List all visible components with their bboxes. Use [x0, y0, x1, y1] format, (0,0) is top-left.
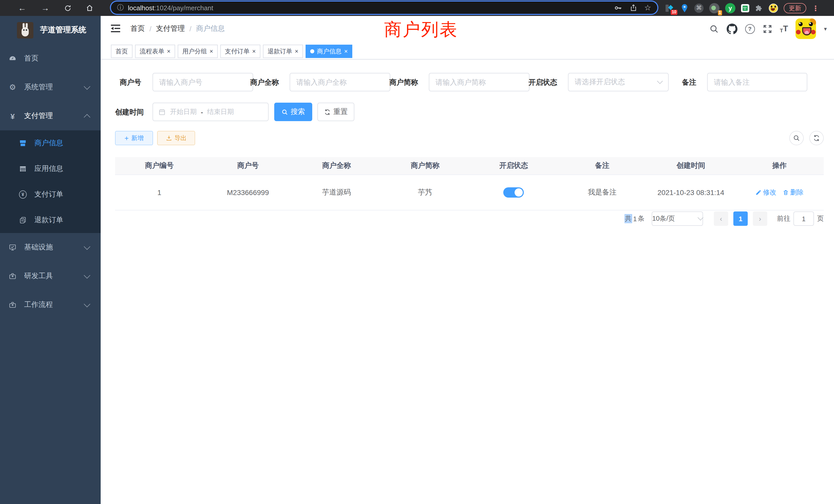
create-time-label: 创建时间 [115, 102, 144, 121]
show-search-toggle-button[interactable] [789, 131, 804, 145]
chevron-down-icon [84, 301, 90, 307]
top-navbar: 首页 / 支付管理 / 商户信息 商户列表 ? TT [101, 16, 834, 42]
sidebar-item-infrastructure[interactable]: 基础设施 [0, 233, 101, 262]
tab-process-form[interactable]: 流程表单 × [135, 45, 175, 58]
documents-icon [19, 216, 27, 224]
sidebar-item-merchant-info[interactable]: 商户信息 [0, 130, 101, 156]
edit-link[interactable]: 修改 [755, 188, 776, 197]
delete-link[interactable]: 删除 [783, 188, 804, 197]
breadcrumb: 首页 / 支付管理 / 商户信息 [130, 16, 225, 42]
header-search-icon[interactable] [709, 24, 719, 33]
date-end-placeholder: 结束日期 [207, 107, 234, 116]
share-icon[interactable] [629, 4, 637, 12]
sidebar-collapse-icon[interactable] [111, 25, 120, 32]
help-icon[interactable]: ? [745, 24, 755, 33]
avatar-caret-icon[interactable]: ▾ [824, 25, 827, 32]
site-info-icon[interactable]: ⓘ [117, 3, 124, 12]
close-icon[interactable]: × [210, 48, 213, 54]
dashboard-icon [9, 55, 17, 62]
extension-tampermonkey-icon[interactable]: ◆ 10 [665, 3, 675, 13]
chrome-update-button[interactable]: 更新 [784, 3, 806, 13]
page-number-button[interactable]: 1 [733, 211, 748, 226]
col-remark: 备注 [558, 161, 646, 170]
status-select[interactable]: 请选择开启状态 [568, 73, 668, 91]
next-page-button[interactable]: › [753, 211, 767, 226]
browser-forward-button[interactable]: → [39, 0, 51, 16]
store-icon [19, 139, 27, 147]
extension-recorder-icon[interactable]: 1 [709, 3, 720, 13]
close-icon[interactable]: × [252, 48, 256, 54]
bookmark-star-icon[interactable]: ☆ [644, 3, 651, 12]
browser-menu-icon[interactable]: ⋮ [812, 4, 819, 12]
app-logo: 芋道管理系统 [0, 16, 101, 44]
github-icon[interactable] [726, 23, 737, 34]
fullscreen-icon[interactable] [762, 24, 772, 33]
merchant-no-label: 商户号 [120, 73, 141, 91]
page-size-select[interactable]: 10条/页 [652, 211, 703, 226]
gear-icon: ⚙ [9, 84, 17, 91]
col-merchant-id: 商户编号 [115, 161, 204, 170]
sidebar-item-app-info[interactable]: 应用信息 [0, 156, 101, 182]
extension-y-icon[interactable]: y [725, 3, 736, 13]
close-icon[interactable]: × [295, 48, 299, 54]
reset-button[interactable]: 重置 [317, 102, 354, 121]
sidebar-submenu-payment: 商户信息 应用信息 ¥ 支付订单 [0, 130, 101, 233]
export-button[interactable]: 导出 [157, 131, 195, 145]
sidebar-item-workflow[interactable]: 工作流程 [0, 291, 101, 319]
full-name-input[interactable] [290, 73, 390, 91]
tab-refund-order[interactable]: 退款订单 × [263, 45, 303, 58]
merchant-no-input[interactable] [153, 73, 253, 91]
tab-pay-order[interactable]: 支付订单 × [220, 45, 260, 58]
sidebar-item-label: 商户信息 [35, 139, 63, 148]
sidebar-item-payment[interactable]: ¥ 支付管理 [0, 101, 101, 130]
sidebar-item-refund-order[interactable]: 退款订单 [0, 207, 101, 233]
download-icon [166, 135, 172, 141]
sidebar-item-system[interactable]: ⚙ 系统管理 [0, 73, 101, 101]
sidebar: 芋道管理系统 首页 ⚙ 系统管理 ¥ 支付管理 [0, 16, 101, 504]
profile-emoji-icon[interactable] [769, 3, 778, 13]
tab-user-group[interactable]: 用户分组 × [178, 45, 218, 58]
font-size-icon[interactable]: TT [780, 24, 788, 33]
col-create-time: 创建时间 [646, 161, 735, 170]
extension-pin-icon[interactable] [680, 3, 689, 13]
remark-input[interactable] [707, 73, 807, 91]
navbar-actions: ? TT ▾ [709, 16, 827, 42]
goto-page-input[interactable] [793, 211, 814, 226]
sidebar-item-pay-order[interactable]: ¥ 支付订单 [0, 182, 101, 207]
active-tab-dot [310, 49, 314, 53]
yen-circle-icon: ¥ [19, 191, 27, 198]
prev-page-button[interactable]: ‹ [714, 211, 728, 226]
create-time-range-picker[interactable]: 开始日期 - 结束日期 [153, 102, 269, 121]
search-button[interactable]: 搜索 [274, 102, 312, 121]
extension-notes-icon[interactable] [741, 4, 749, 12]
breadcrumb-home[interactable]: 首页 [130, 24, 145, 33]
browser-back-button[interactable]: ← [16, 0, 28, 16]
user-avatar[interactable] [796, 19, 816, 39]
close-icon[interactable]: × [344, 48, 348, 54]
browser-reload-button[interactable] [62, 0, 74, 16]
add-button[interactable]: + 新增 [115, 131, 153, 145]
extension-command-icon[interactable]: ⌘ [694, 3, 704, 13]
status-toggle[interactable] [504, 187, 524, 198]
table-row: 1 M233666999 芋道源码 芋艿 我是备注 2021-10-23 08:… [115, 175, 824, 210]
close-icon[interactable]: × [167, 48, 171, 54]
date-separator: - [201, 108, 203, 116]
breadcrumb-separator: / [190, 25, 192, 33]
breadcrumb-payment[interactable]: 支付管理 [156, 24, 185, 33]
tab-merchant-info[interactable]: 商户信息 × [306, 45, 352, 58]
browser-home-button[interactable] [83, 0, 95, 16]
sidebar-item-dev-tools[interactable]: 研发工具 [0, 262, 101, 291]
password-key-icon[interactable] [613, 3, 622, 12]
calendar-icon [158, 108, 166, 116]
short-name-input[interactable] [429, 73, 529, 91]
refresh-table-button[interactable] [809, 131, 824, 145]
refresh-icon [813, 135, 820, 142]
sidebar-item-home[interactable]: 首页 [0, 44, 101, 73]
address-bar[interactable]: ⓘ localhost:1024/pay/merchant ☆ [111, 2, 657, 14]
sidebar-item-label: 退款订单 [35, 215, 63, 225]
grid-icon [19, 165, 27, 173]
col-merchant-no: 商户号 [204, 161, 292, 170]
chevron-down-icon [84, 83, 90, 90]
extensions-puzzle-icon[interactable] [755, 4, 763, 12]
tab-home[interactable]: 首页 [111, 45, 132, 58]
